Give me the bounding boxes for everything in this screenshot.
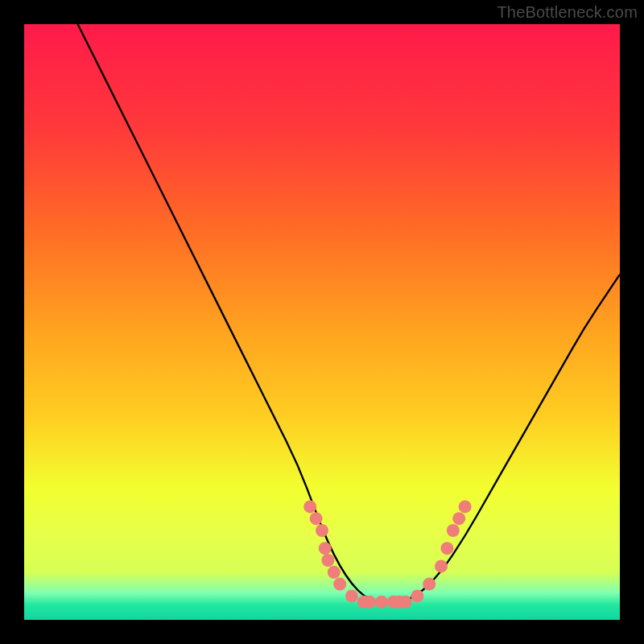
curve-marker: [440, 542, 453, 555]
curve-marker: [375, 596, 388, 609]
curve-marker: [435, 559, 448, 572]
curve-marker: [411, 589, 423, 602]
curve-marker: [328, 566, 341, 579]
curve-marker: [303, 500, 316, 513]
curve-marker: [345, 589, 358, 602]
curve-marker: [452, 512, 465, 525]
curve-marker: [399, 596, 412, 609]
plot-area: [24, 24, 620, 620]
curve-marker: [333, 578, 346, 591]
curve-marker: [321, 554, 334, 567]
chart-stage: TheBottleneck.com: [0, 0, 644, 644]
curve-marker: [423, 578, 436, 591]
curve-marker: [319, 542, 332, 555]
curve-marker: [310, 512, 323, 525]
curve-marker: [363, 596, 376, 609]
curve-marker: [459, 500, 472, 513]
curve-marker: [316, 524, 328, 537]
curve-marker: [447, 524, 460, 537]
chart-svg: [24, 24, 620, 620]
watermark-text: TheBottleneck.com: [497, 3, 638, 22]
